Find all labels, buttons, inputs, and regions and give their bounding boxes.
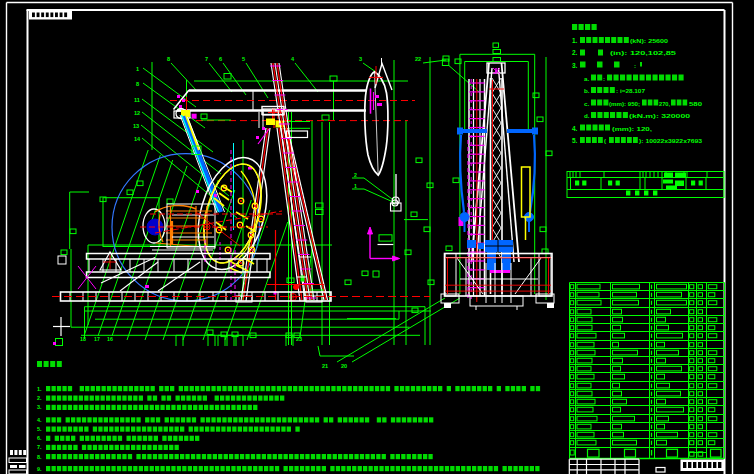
svg-text:16: 16 [107, 336, 113, 342]
svg-text:1: 1 [354, 183, 357, 189]
svg-text:): 10022x3922x7693: ): 10022x3922x7693 [639, 138, 703, 144]
svg-text:11: 11 [134, 97, 140, 103]
svg-text:580: 580 [689, 101, 703, 107]
svg-text:(kN.m): 320000: (kN.m): 320000 [629, 112, 691, 119]
svg-text:(in): 120,102,85: (in): 120,102,85 [610, 49, 677, 56]
svg-text:8: 8 [167, 56, 170, 62]
svg-text:5.: 5. [37, 426, 42, 432]
svg-text:6: 6 [219, 56, 222, 62]
svg-text:b.: b. [584, 87, 590, 94]
svg-text:20: 20 [341, 363, 347, 369]
svg-text:18: 18 [80, 336, 86, 342]
svg-text:2.: 2. [37, 395, 42, 401]
svg-text:6.: 6. [37, 435, 42, 441]
svg-text:9.: 9. [37, 466, 42, 472]
svg-text:(mm): 120,: (mm): 120, [612, 125, 652, 132]
svg-text:2: 2 [354, 172, 357, 178]
svg-text:14: 14 [134, 136, 141, 142]
svg-text:(mm): 950;: (mm): 950; [609, 101, 640, 107]
svg-text:a.: a. [584, 75, 589, 82]
svg-text:3.: 3. [37, 404, 42, 410]
svg-text:21: 21 [322, 363, 328, 369]
svg-text:270,: 270, [659, 101, 670, 107]
svg-text:23: 23 [296, 336, 302, 342]
svg-text::: : [634, 62, 636, 69]
svg-text:13: 13 [133, 123, 139, 129]
svg-text:4.: 4. [37, 417, 42, 423]
svg-text:1: 1 [136, 66, 139, 72]
svg-text:3.: 3. [572, 62, 578, 69]
svg-text:7: 7 [205, 56, 208, 62]
svg-text:1.: 1. [572, 37, 578, 44]
svg-text:1.: 1. [37, 386, 42, 392]
svg-text:3: 3 [359, 56, 362, 62]
svg-text:(: ( [604, 138, 606, 144]
svg-text:(kN): 25600: (kN): 25600 [630, 37, 669, 44]
svg-text:2.: 2. [572, 49, 578, 56]
svg-text::: : [603, 76, 605, 82]
svg-text:c.: c. [584, 100, 589, 107]
svg-text:22: 22 [415, 56, 421, 62]
svg-text:12: 12 [134, 110, 140, 116]
svg-text:8.: 8. [37, 454, 42, 460]
svg-text:: i=28.107: : i=28.107 [616, 87, 646, 94]
svg-text:5: 5 [242, 56, 245, 62]
svg-text:5.: 5. [572, 137, 578, 144]
svg-text:d.: d. [584, 112, 590, 119]
svg-text:4.: 4. [572, 125, 578, 132]
svg-text:17: 17 [94, 336, 100, 342]
svg-text:7.: 7. [37, 444, 42, 450]
svg-text:8: 8 [136, 81, 139, 87]
